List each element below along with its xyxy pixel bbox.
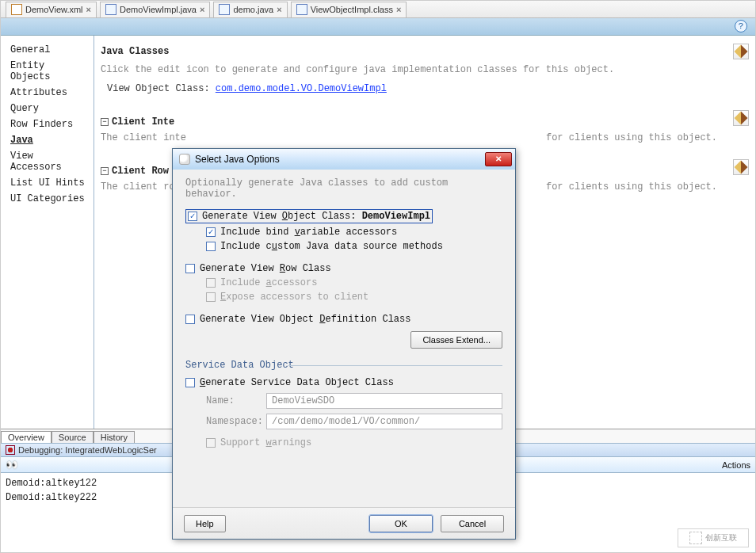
ok-button[interactable]: OK — [369, 515, 433, 532]
java-file-icon — [219, 4, 230, 15]
classes-extend-button[interactable]: Classes Extend... — [410, 331, 502, 349]
label-generate-sdo-class: Generate Service Data Object Class — [200, 377, 394, 388]
pencil-icon — [735, 45, 748, 59]
checkbox-include-custom-data-source[interactable] — [206, 242, 216, 251]
edit-button[interactable] — [733, 44, 749, 59]
debug-label: Debugging: IntegratedWebLogicSer — [18, 445, 157, 455]
sidebar-item-row-finders[interactable]: Row Finders — [9, 116, 90, 132]
cancel-button[interactable]: Cancel — [441, 515, 504, 532]
binoculars-icon[interactable]: 👀 — [6, 459, 18, 471]
sdo-name-label: Name: — [206, 395, 260, 406]
section-client-row: Client Row — [112, 166, 169, 177]
watermark-icon — [689, 532, 702, 544]
class-file-icon — [296, 4, 307, 15]
label-generate-view-row-class: Generate View Row Class — [200, 263, 331, 274]
java-classes-desc: Click the edit icon to generate and conf… — [101, 64, 749, 75]
edit-button[interactable] — [733, 159, 749, 175]
sdo-namespace-field: /com/demo/model/VO/common/ — [266, 414, 502, 429]
pencil-icon — [735, 112, 748, 125]
close-button[interactable]: ✕ — [485, 152, 512, 166]
sidebar-item-query[interactable]: Query — [9, 101, 90, 116]
category-sidebar: General Entity Objects Attributes Query … — [1, 36, 94, 429]
client-int-desc-right: for clients using this object. — [546, 132, 717, 143]
actions-menu[interactable]: Actions — [722, 460, 750, 470]
sidebar-item-ui-categories[interactable]: UI Categories — [9, 191, 90, 207]
sdo-namespace-label: Namespace: — [206, 416, 260, 427]
help-icon[interactable]: ? — [735, 20, 747, 32]
edit-button[interactable] — [733, 110, 749, 126]
collapse-icon[interactable]: − — [101, 167, 109, 175]
tab-label: demo.java — [233, 5, 273, 14]
checkbox-expose-accessors — [206, 292, 216, 302]
tab-label: DemoViewImpl.java — [120, 5, 197, 14]
debug-icon — [6, 445, 15, 455]
label-support-warnings: Support warnings — [220, 437, 311, 448]
checkbox-generate-sdo-class[interactable] — [185, 378, 195, 387]
close-icon[interactable]: × — [277, 5, 281, 14]
java-file-icon — [105, 4, 116, 15]
editor-header-band: ? — [1, 18, 755, 36]
dialog-icon — [179, 154, 190, 165]
client-int-desc-left: The client inte — [101, 132, 186, 143]
label-include-custom-data-source: Include custom Java data source methods — [220, 241, 443, 252]
checkbox-include-accessors — [206, 278, 216, 288]
checkbox-include-bind-variable-accessors[interactable] — [206, 227, 216, 237]
select-java-options-dialog: Select Java Options ✕ Optionally generat… — [172, 148, 516, 540]
help-button[interactable]: Help — [184, 515, 226, 532]
tab-demo-java[interactable]: demo.java × — [213, 2, 287, 17]
label-include-bind-variable-accessors: Include bind variable accessors — [220, 227, 397, 238]
tab-source[interactable]: Source — [52, 431, 94, 443]
client-row-desc-right: for clients using this object. — [546, 181, 717, 193]
tab-label: ViewObjectImpl.class — [311, 5, 393, 14]
section-client-interface: Client Inte — [112, 116, 174, 128]
dialog-title: Select Java Options — [195, 154, 485, 165]
checkbox-generate-view-object-definition[interactable] — [185, 315, 195, 324]
tab-viewobjectimpl-class[interactable]: ViewObjectImpl.class × — [291, 2, 407, 17]
watermark: 创新互联 — [678, 528, 749, 547]
collapse-icon[interactable]: − — [101, 118, 109, 126]
tab-overview[interactable]: Overview — [1, 431, 52, 443]
sidebar-item-list-ui-hints[interactable]: List UI Hints — [9, 175, 90, 191]
dialog-titlebar[interactable]: Select Java Options ✕ — [173, 149, 515, 170]
sidebar-item-attributes[interactable]: Attributes — [9, 85, 90, 101]
sdo-name-field: DemoViewSDO — [266, 393, 502, 409]
label-expose-accessors: Expose accessors to client — [220, 292, 368, 303]
tab-history[interactable]: History — [94, 431, 135, 443]
tab-demoview-xml[interactable]: DemoView.xml × — [6, 2, 97, 17]
label-include-accessors: Include accessors — [220, 277, 317, 288]
tab-label: DemoView.xml — [25, 5, 83, 14]
checkbox-generate-view-row-class[interactable] — [185, 264, 195, 273]
label-generate-view-object-definition: Generate View Object Definition Class — [200, 314, 410, 325]
close-icon[interactable]: × — [200, 5, 204, 14]
checkbox-generate-view-object-class[interactable] — [188, 212, 197, 221]
client-row-desc-left: The client row — [101, 181, 181, 193]
dialog-desc: Optionally generate Java classes to add … — [185, 177, 502, 200]
sidebar-item-entity-objects[interactable]: Entity Objects — [9, 58, 90, 85]
close-icon[interactable]: × — [396, 5, 401, 14]
tab-demoviewimpl-java[interactable]: DemoViewImpl.java × — [100, 2, 210, 17]
section-title-java-classes: Java Classes — [101, 46, 169, 57]
checkbox-support-warnings — [206, 438, 216, 448]
sidebar-item-general[interactable]: General — [9, 42, 90, 58]
voc-label: View Object Class: — [107, 83, 216, 94]
service-data-object-group: Service Data Object — [185, 360, 502, 371]
label-generate-view-object-class: Generate View Object Class: DemoViewImpl — [202, 211, 430, 222]
voc-link[interactable]: com.demo.model.VO.DemoViewImpl — [216, 83, 387, 94]
sidebar-item-java[interactable]: Java — [9, 132, 90, 148]
xml-file-icon — [11, 4, 22, 15]
close-icon[interactable]: × — [86, 5, 91, 14]
editor-tabstrip: DemoView.xml × DemoViewImpl.java × demo.… — [1, 1, 755, 18]
pencil-icon — [735, 161, 748, 174]
sidebar-item-view-accessors[interactable]: View Accessors — [9, 148, 90, 175]
